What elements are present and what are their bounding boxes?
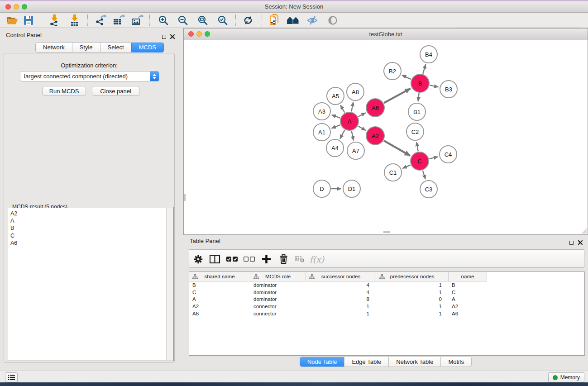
graph-node-A1[interactable]: A1 <box>313 124 330 141</box>
table-row[interactable]: A6connector11A6 <box>189 310 584 317</box>
graph-node-C[interactable]: C <box>411 152 429 170</box>
graph-edge-A-A4[interactable] <box>340 130 345 138</box>
table-row[interactable]: Adominator80A <box>189 296 584 303</box>
graph-node-C3[interactable]: C3 <box>420 181 437 198</box>
import-network-icon[interactable] <box>46 14 62 26</box>
network-bottom-gutter-handle[interactable] <box>383 231 390 233</box>
select-all-checkboxes-icon[interactable] <box>225 253 239 265</box>
zoom-out-icon[interactable] <box>175 14 191 26</box>
column-header-successor-nodes[interactable]: successor nodes <box>306 272 376 281</box>
delete-table-icon[interactable] <box>293 253 306 265</box>
window-resize-grip[interactable] <box>581 228 587 234</box>
graph-edge-A-A6[interactable] <box>358 113 365 117</box>
task-list-icon[interactable] <box>5 372 18 382</box>
tab-style[interactable]: Style <box>72 43 100 52</box>
close-panel-icon[interactable] <box>170 33 175 41</box>
tab-motifs[interactable]: Motifs <box>440 357 472 367</box>
column-header-name[interactable]: name <box>449 272 487 281</box>
graph-node-C1[interactable]: C1 <box>384 164 402 181</box>
add-column-icon[interactable] <box>259 253 273 265</box>
graph-edge-A-A1[interactable] <box>331 125 340 129</box>
tab-network-table[interactable]: Network Table <box>388 357 441 367</box>
graph-node-A[interactable]: A <box>340 112 359 130</box>
export-network-icon[interactable] <box>92 14 109 26</box>
houses-icon[interactable] <box>285 14 301 26</box>
graph-edge-A-A2[interactable] <box>358 126 366 130</box>
export-image-icon[interactable] <box>129 14 145 26</box>
mcds-result-list[interactable]: A2ABCA6 <box>8 208 167 360</box>
column-header-MCDS-role[interactable]: MCDS role <box>250 272 306 281</box>
memory-button[interactable]: Memory <box>548 372 584 382</box>
export-table-icon[interactable] <box>110 14 127 26</box>
graph-edge-B-B3[interactable] <box>430 85 439 87</box>
table-row[interactable]: Bdominator41B <box>189 281 584 289</box>
tab-mcds[interactable]: MCDS <box>131 43 164 52</box>
float-table-panel-icon[interactable] <box>569 238 574 247</box>
graph-edge-C-C2[interactable] <box>416 142 418 152</box>
graph-edge-B-B4[interactable] <box>423 64 425 74</box>
table-row[interactable]: Cdominator41C <box>189 289 584 296</box>
graph-edge-C-C3[interactable] <box>423 171 425 179</box>
graph-node-C4[interactable]: C4 <box>440 146 457 163</box>
zoom-fit-icon[interactable] <box>195 14 211 26</box>
result-item[interactable]: A <box>8 217 167 224</box>
close-table-panel-icon[interactable] <box>578 238 583 247</box>
document-share-icon[interactable] <box>267 14 283 26</box>
graph-node-D[interactable]: D <box>313 180 330 197</box>
criterion-select[interactable]: largest connected component (directed) <box>20 71 159 81</box>
result-item[interactable]: C <box>8 232 167 239</box>
graph-node-A2[interactable]: A2 <box>366 127 384 145</box>
save-session-icon[interactable] <box>20 14 37 26</box>
result-item[interactable]: A2 <box>8 210 167 217</box>
zoom-in-icon[interactable] <box>155 14 172 26</box>
import-table-icon[interactable] <box>67 14 83 26</box>
eye-slash-icon[interactable] <box>304 14 320 26</box>
column-header-predecessor-nodes[interactable]: predecessor nodes <box>376 272 449 281</box>
tab-network[interactable]: Network <box>35 43 72 52</box>
result-scrollbar[interactable] <box>166 208 173 360</box>
graph-edge-A2-C[interactable] <box>384 141 410 156</box>
graph-node-A5[interactable]: A5 <box>327 87 344 105</box>
zoom-selected-icon[interactable] <box>215 14 231 26</box>
graph-edge-C-C1[interactable] <box>402 165 411 168</box>
graph-edge-A-A5[interactable] <box>340 105 344 113</box>
float-panel-icon[interactable] <box>162 33 166 41</box>
clear-selection-checkboxes-icon[interactable] <box>242 253 256 265</box>
delete-column-icon[interactable] <box>277 253 290 265</box>
refresh-icon[interactable] <box>240 14 256 26</box>
graph-node-A6[interactable]: A6 <box>366 99 384 117</box>
graph-edge-A-A7[interactable] <box>352 131 354 141</box>
graph-edge-B-B1[interactable] <box>418 93 419 101</box>
close-panel-button[interactable]: Close panel <box>92 86 139 96</box>
graph-node-B2[interactable]: B2 <box>384 62 401 80</box>
open-session-icon[interactable] <box>4 14 20 26</box>
graph-node-A8[interactable]: A8 <box>347 83 364 100</box>
graph-node-B4[interactable]: B4 <box>420 46 437 63</box>
graph-node-B1[interactable]: B1 <box>408 103 425 120</box>
function-builder-icon[interactable]: f(x) <box>308 253 326 265</box>
graph-edge-A6-B[interactable] <box>384 88 411 103</box>
graph-node-A7[interactable]: A7 <box>347 142 364 159</box>
result-item[interactable]: B <box>8 224 167 232</box>
graph-node-A3[interactable]: A3 <box>313 103 330 120</box>
tab-select[interactable]: Select <box>100 43 132 52</box>
network-graph-canvas[interactable]: AA1A2A3A4A5A6A7A8BB1B2B3B4CC1C2C3C4DD1 <box>184 40 587 234</box>
graph-node-A4[interactable]: A4 <box>326 139 344 157</box>
split-columns-icon[interactable] <box>208 253 221 265</box>
graph-node-D1[interactable]: D1 <box>343 180 360 197</box>
graph-edge-A-A8[interactable] <box>351 102 353 112</box>
graph-edge-B-B2[interactable] <box>402 75 411 79</box>
table-row[interactable]: A2connector11A2 <box>189 303 584 310</box>
eye-icon[interactable] <box>325 14 341 26</box>
column-header-shared-name[interactable]: shared name <box>189 272 250 281</box>
graph-node-C2[interactable]: C2 <box>406 123 424 140</box>
graph-node-B3[interactable]: B3 <box>440 81 457 98</box>
graph-edge-A-A3[interactable] <box>332 115 340 118</box>
result-item[interactable]: A6 <box>8 239 167 247</box>
graph-edge-C-C4[interactable] <box>429 157 438 159</box>
run-mcds-button[interactable]: Run MCDS <box>42 86 86 96</box>
graph-node-B[interactable]: B <box>411 74 429 92</box>
tab-node-table[interactable]: Node Table <box>300 357 345 367</box>
network-left-gutter-handle[interactable] <box>184 194 186 201</box>
tab-edge-table[interactable]: Edge Table <box>344 357 389 367</box>
